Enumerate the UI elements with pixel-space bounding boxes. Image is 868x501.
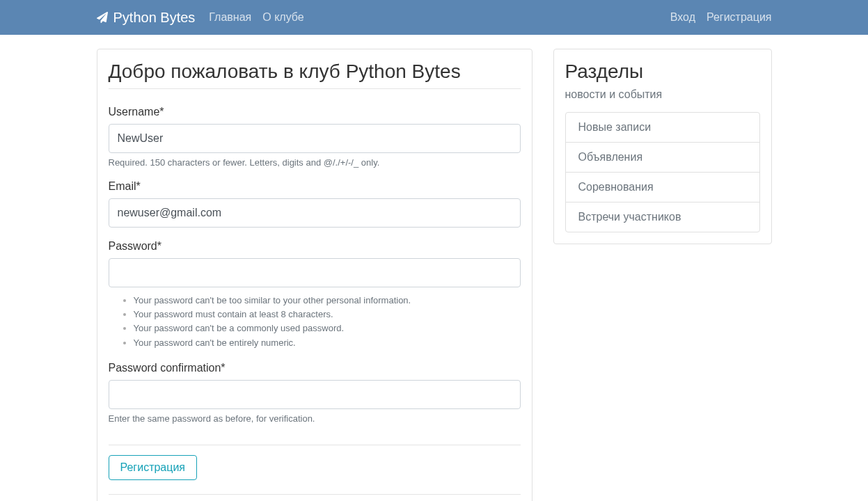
page-title: Добро пожаловать в клуб Python Bytes xyxy=(109,61,521,89)
sidebar: Разделы новости и события Новые записи О… xyxy=(553,49,772,501)
password1-input[interactable] xyxy=(109,258,521,287)
password1-label: Password* xyxy=(109,240,521,253)
register-button[interactable]: Регистрация xyxy=(109,455,198,480)
sidebar-subtitle: новости и события xyxy=(565,88,760,101)
username-input[interactable] xyxy=(109,124,521,153)
main-wrapper: Добро пожаловать в клуб Python Bytes Use… xyxy=(86,35,782,501)
brand-text: Python Bytes xyxy=(113,10,196,26)
nav-link-home[interactable]: Главная xyxy=(209,11,251,23)
nav-link-login[interactable]: Вход xyxy=(670,11,695,24)
navbar-nav-left: Главная О клубе xyxy=(209,11,303,24)
password-help-item: Your password can't be too similar to yo… xyxy=(134,294,521,307)
button-group: Регистрация xyxy=(109,445,521,480)
sidebar-item-competitions[interactable]: Соревнования xyxy=(566,173,759,202)
password2-help: Enter the same password as before, for v… xyxy=(109,413,521,424)
sidebar-heading: Разделы xyxy=(565,61,760,83)
email-input[interactable] xyxy=(109,198,521,228)
password1-help-list: Your password can't be too similar to yo… xyxy=(109,294,521,349)
form-group-username: Username* Required. 150 characters or fe… xyxy=(109,106,521,168)
password2-label: Password confirmation* xyxy=(109,362,521,374)
password2-input[interactable] xyxy=(109,380,521,409)
paper-plane-icon xyxy=(97,12,108,23)
password-help-item: Your password can't be a commonly used p… xyxy=(134,322,521,335)
username-help: Required. 150 characters or fewer. Lette… xyxy=(109,157,521,168)
content-section: Добро пожаловать в клуб Python Bytes Use… xyxy=(97,49,532,501)
sidebar-item-new-posts[interactable]: Новые записи xyxy=(566,113,759,143)
password-help-item: Your password must contain at least 8 ch… xyxy=(134,308,521,321)
account-prompt-row: Уже есть аккаунт? Вход xyxy=(109,494,521,501)
navbar-left: Python Bytes Главная О клубе xyxy=(97,10,304,26)
sidebar-list: Новые записи Объявления Соревнования Вст… xyxy=(565,112,760,232)
form-group-email: Email* xyxy=(109,180,521,228)
sidebar-card: Разделы новости и события Новые записи О… xyxy=(553,49,772,244)
navbar-nav-right: Вход Регистрация xyxy=(670,11,772,24)
form-group-password2: Password confirmation* Enter the same pa… xyxy=(109,362,521,424)
nav-link-about[interactable]: О клубе xyxy=(262,11,303,23)
navbar: Python Bytes Главная О клубе Вход Регист… xyxy=(0,0,868,35)
registration-form: Username* Required. 150 characters or fe… xyxy=(109,106,521,480)
sidebar-item-meetings[interactable]: Встречи участников xyxy=(566,202,759,232)
sidebar-item-announcements[interactable]: Объявления xyxy=(566,143,759,173)
navbar-brand[interactable]: Python Bytes xyxy=(97,10,196,26)
email-label: Email* xyxy=(109,180,521,193)
navbar-container: Python Bytes Главная О клубе Вход Регист… xyxy=(86,10,782,26)
username-label: Username* xyxy=(109,106,521,118)
nav-link-register[interactable]: Регистрация xyxy=(707,11,772,24)
password-help-item: Your password can't be entirely numeric. xyxy=(134,337,521,349)
form-group-password1: Password* Your password can't be too sim… xyxy=(109,240,521,349)
